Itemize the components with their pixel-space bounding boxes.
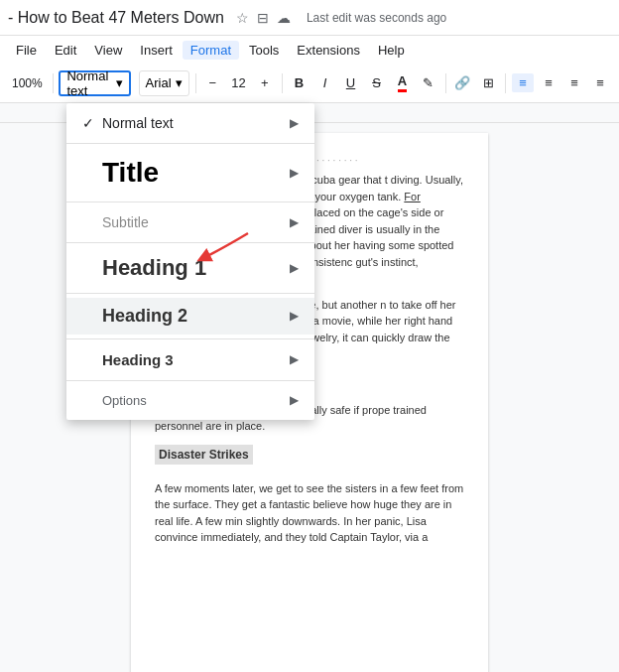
bold-button[interactable]: B (289, 73, 310, 92)
style-dropdown-arrow: ▾ (116, 75, 123, 90)
dropdown-item-normal-text[interactable]: ✓ Normal text ▶ (66, 107, 314, 139)
font-dropdown-arrow: ▾ (176, 75, 183, 90)
align-center-button[interactable]: ≡ (538, 73, 559, 92)
dropdown-item-options[interactable]: Options ▶ (66, 385, 314, 416)
last-edit-label: Last edit was seconds ago (307, 11, 446, 25)
dropdown-arrow-heading1: ▶ (290, 261, 299, 275)
style-dropdown-label: Normal text (66, 68, 111, 98)
dropdown-item-heading1[interactable]: Heading 1 ▶ (66, 247, 314, 289)
dropdown-item-subtitle[interactable]: Subtitle ▶ (66, 206, 314, 238)
dropdown-arrow-options: ▶ (290, 393, 299, 407)
zoom-level[interactable]: 100% (8, 74, 47, 92)
menu-insert[interactable]: Insert (132, 41, 181, 60)
image-button[interactable]: ⊞ (477, 73, 499, 92)
toolbar: 100% Normal text ▾ Arial ▾ − 12 + B I U … (0, 64, 619, 103)
divider-1 (66, 143, 314, 144)
dropdown-arrow-subtitle: ▶ (290, 215, 299, 229)
align-justify-button[interactable]: ≡ (589, 73, 611, 92)
dropdown-arrow-title: ▶ (290, 166, 299, 180)
disaster-strikes-heading: Disaster Strikes (155, 445, 253, 465)
style-dropdown[interactable]: Normal text ▾ (59, 70, 130, 96)
highlight-button[interactable]: ✎ (418, 73, 439, 92)
title-bar: - How to Beat 47 Meters Down ☆ ⊟ ☁ Last … (0, 0, 619, 36)
paragraph-5: A few moments later, we get to see the s… (155, 480, 464, 546)
dropdown-label-heading2: Heading 2 (102, 306, 290, 327)
sep3 (282, 73, 283, 93)
align-right-button[interactable]: ≡ (563, 73, 585, 92)
divider-4 (66, 293, 314, 294)
dropdown-item-title[interactable]: Title ▶ (66, 148, 314, 198)
menu-tools[interactable]: Tools (241, 41, 287, 60)
underline-button[interactable]: U (340, 73, 362, 92)
link-button[interactable]: 🔗 (451, 73, 473, 92)
document-title: - How to Beat 47 Meters Down (8, 9, 224, 27)
dropdown-arrow-heading3: ▶ (290, 352, 299, 366)
dropdown-label-heading1: Heading 1 (102, 255, 290, 281)
format-style-dropdown[interactable]: ✓ Normal text ▶ Title ▶ Subtitle ▶ Headi… (66, 103, 314, 420)
align-left-button[interactable]: ≡ (512, 73, 534, 92)
dropdown-item-heading2[interactable]: Heading 2 ▶ (66, 298, 314, 335)
menu-format[interactable]: Format (183, 41, 239, 60)
sep2 (195, 73, 196, 93)
main-area: ✓ Normal text ▶ Title ▶ Subtitle ▶ Headi… (0, 123, 619, 672)
star-icon[interactable]: ☆ (236, 10, 249, 26)
divider-3 (66, 242, 314, 243)
text-for: For (404, 191, 421, 202)
menu-help[interactable]: Help (370, 41, 413, 60)
dropdown-label-options: Options (102, 393, 290, 408)
menu-file[interactable]: File (8, 41, 45, 60)
paragraph-4: Disaster Strikes (155, 445, 464, 470)
text-color-button[interactable]: A (392, 71, 414, 94)
strikethrough-button[interactable]: S (366, 73, 388, 92)
dropdown-label-subtitle: Subtitle (102, 214, 290, 230)
title-icons: ☆ ⊟ ☁ (236, 10, 291, 26)
italic-button[interactable]: I (314, 73, 336, 92)
font-dropdown-label: Arial (146, 75, 172, 90)
cloud-icon[interactable]: ☁ (277, 10, 291, 26)
font-dropdown[interactable]: Arial ▾ (139, 70, 189, 96)
divider-5 (66, 338, 314, 339)
font-size-value[interactable]: 12 (227, 73, 249, 92)
text-color-label: A (398, 73, 407, 92)
dropdown-arrow-heading2: ▶ (290, 309, 299, 323)
check-mark-icon: ✓ (82, 115, 102, 131)
dropdown-label-heading3: Heading 3 (102, 351, 290, 368)
menu-view[interactable]: View (86, 41, 130, 60)
menu-edit[interactable]: Edit (47, 41, 84, 60)
font-size-decrease[interactable]: − (201, 73, 223, 92)
sep5 (505, 73, 506, 93)
folder-icon[interactable]: ⊟ (257, 10, 269, 26)
menu-extensions[interactable]: Extensions (289, 41, 368, 60)
font-size-increase[interactable]: + (254, 73, 276, 92)
divider-2 (66, 202, 314, 202)
dropdown-item-heading3[interactable]: Heading 3 ▶ (66, 343, 314, 376)
dropdown-arrow-normal-text: ▶ (290, 116, 299, 130)
dropdown-label-normal-text: Normal text (102, 115, 290, 131)
sep1 (53, 73, 54, 93)
menu-bar: File Edit View Insert Format Tools Exten… (0, 36, 619, 64)
sep4 (445, 73, 446, 93)
dropdown-label-title: Title (102, 156, 290, 190)
divider-6 (66, 380, 314, 381)
